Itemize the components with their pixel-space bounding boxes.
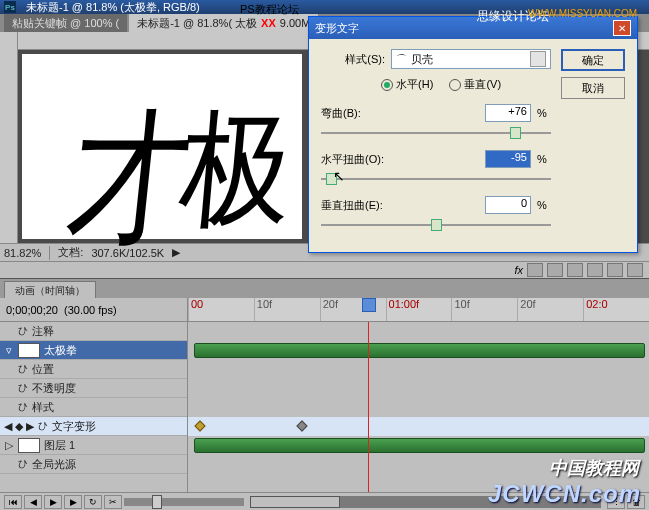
style-label: 样式(S): xyxy=(321,52,385,67)
cut-button[interactable]: ✂ xyxy=(104,495,122,509)
bend-label: 弯曲(B): xyxy=(321,106,389,121)
hdist-input[interactable]: -95 xyxy=(485,150,531,168)
opt-icon[interactable] xyxy=(567,263,583,277)
prev-frame-button[interactable]: ◀ xyxy=(24,495,42,509)
play-button[interactable]: ▶ xyxy=(44,495,62,509)
dialog-title: 变形文字 xyxy=(315,21,359,36)
watermark-jcw: JCWCN.com xyxy=(488,480,641,508)
bend-slider[interactable] xyxy=(321,124,551,142)
chevron-down-icon[interactable] xyxy=(530,51,546,67)
row-global-light[interactable]: ひ 全局光源 xyxy=(0,455,187,474)
opt-icon[interactable] xyxy=(527,263,543,277)
dialog-titlebar[interactable]: 变形文字 ✕ xyxy=(309,17,637,39)
vdist-slider[interactable] xyxy=(321,216,551,234)
zoom-value[interactable]: 81.82% xyxy=(4,247,41,259)
radio-horizontal[interactable]: 水平(H) xyxy=(381,77,433,92)
ps-icon: Ps xyxy=(4,1,16,13)
time-ruler[interactable]: 00 10f 20f 01:00f 10f 20f 02:0 xyxy=(188,298,649,321)
current-time[interactable]: 0;00;00;20 xyxy=(6,304,58,316)
warp-text-dialog: 变形文字 ✕ 样式(S): ⌒ 贝壳 水平(H) 垂直(V) 弯曲(B): +7… xyxy=(308,16,638,253)
opt-icon[interactable] xyxy=(547,263,563,277)
cursor-icon: ↖ xyxy=(333,168,345,184)
vdist-label: 垂直扭曲(E): xyxy=(321,198,389,213)
watermark-top: PS教程论坛 xyxy=(240,2,299,17)
keyframe[interactable] xyxy=(194,420,205,431)
row-layer-taiji[interactable]: ▿T 太极拳 xyxy=(0,341,187,360)
row-comments[interactable]: ひ 注释 xyxy=(0,322,187,341)
doc-title: 未标题-1 @ 81.8% (太极拳, RGB/8) xyxy=(26,0,200,15)
row-layer1[interactable]: ▷ 图层 1 xyxy=(0,436,187,455)
watermark-cn: 中国教程网 xyxy=(549,456,639,480)
radio-vertical[interactable]: 垂直(V) xyxy=(449,77,501,92)
rewind-button[interactable]: ⏮ xyxy=(4,495,22,509)
keyframe[interactable] xyxy=(296,420,307,431)
loop-button[interactable]: ↻ xyxy=(84,495,102,509)
hdist-label: 水平扭曲(O): xyxy=(321,152,389,167)
tab-animation[interactable]: 动画（时间轴） xyxy=(4,281,96,298)
fps: (30.00 fps) xyxy=(64,304,117,316)
row-opacity[interactable]: ひ 不透明度 xyxy=(0,379,187,398)
opt-icon[interactable] xyxy=(627,263,643,277)
row-position[interactable]: ひ 位置 xyxy=(0,360,187,379)
canvas[interactable]: 才 极 xyxy=(22,54,302,239)
ruler-corner xyxy=(0,32,18,50)
zoom-slider[interactable] xyxy=(124,498,244,506)
vdist-input[interactable]: 0 xyxy=(485,196,531,214)
options-bar: fx xyxy=(0,261,649,279)
bend-input[interactable]: +76 xyxy=(485,104,531,122)
hdist-slider[interactable]: ↖ xyxy=(321,170,551,188)
shell-icon: ⌒ xyxy=(396,52,407,67)
cancel-button[interactable]: 取消 xyxy=(561,77,625,99)
calligraphy-char-2: 极 xyxy=(175,85,300,256)
style-select[interactable]: ⌒ 贝壳 xyxy=(391,49,551,69)
url-tag: WWW.MISSYUAN.COM xyxy=(528,8,637,19)
opt-icon[interactable] xyxy=(607,263,623,277)
ruler-vertical xyxy=(0,50,18,243)
row-text-warp[interactable]: ◀ ◆ ▶ ひ 文字变形 xyxy=(0,417,187,436)
next-frame-button[interactable]: ▶ xyxy=(64,495,82,509)
row-style[interactable]: ひ 样式 xyxy=(0,398,187,417)
xx-mark: XX xyxy=(261,17,276,29)
style-value: 贝壳 xyxy=(411,52,433,67)
tab-doc-1[interactable]: 粘贴关键帧 @ 100% ( xyxy=(4,14,127,33)
playhead[interactable] xyxy=(362,298,376,312)
close-icon[interactable]: ✕ xyxy=(613,20,631,36)
ok-button[interactable]: 确定 xyxy=(561,49,625,71)
opt-icon[interactable] xyxy=(587,263,603,277)
